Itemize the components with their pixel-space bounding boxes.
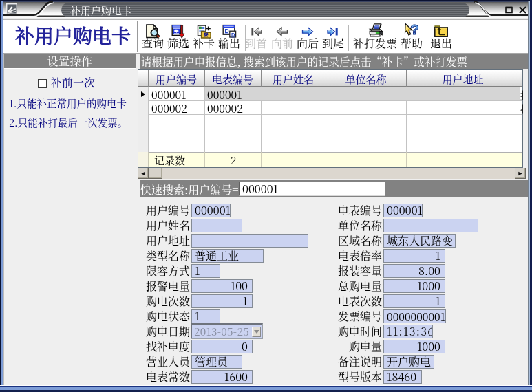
svg-text:D: D bbox=[225, 28, 229, 34]
